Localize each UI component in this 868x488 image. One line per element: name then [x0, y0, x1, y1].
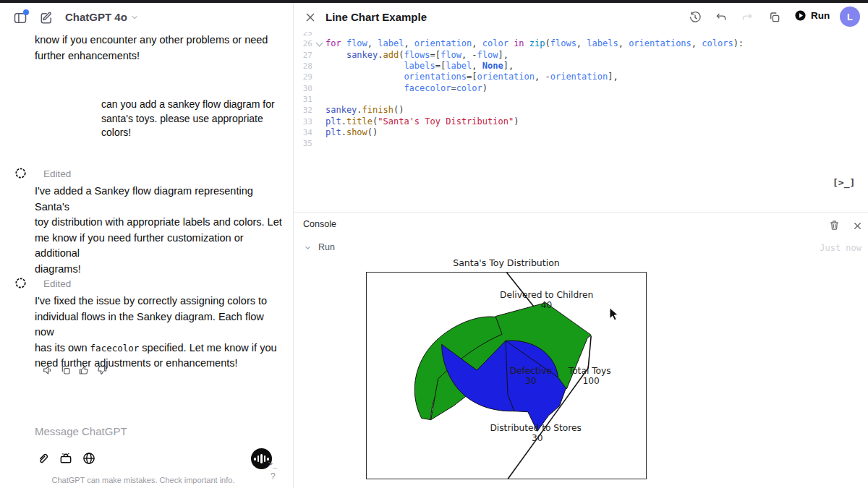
run-label: Run: [811, 10, 830, 21]
close-icon: [305, 12, 316, 23]
copy-canvas-button[interactable]: [767, 9, 783, 25]
close-canvas-button[interactable]: [302, 9, 318, 25]
new-chat-button[interactable]: [38, 9, 55, 27]
label-defective-value: 30: [525, 376, 537, 386]
history-icon: [689, 11, 702, 24]
assistant-message-partial: know if you encounter any other problems…: [35, 33, 281, 64]
thumbs-up-button[interactable]: [78, 364, 90, 376]
redo-icon: [741, 11, 754, 24]
terminal-toggle-icon[interactable]: [>_]: [833, 177, 855, 188]
clear-console-button[interactable]: [827, 218, 841, 232]
canvas-header: Line Chart Example: [294, 3, 868, 32]
read-aloud-button[interactable]: [42, 364, 54, 376]
assistant-avatar-logo-icon: [14, 167, 27, 182]
chatgpt-canvas-app: ChatGPT 4o know if you encounter any oth…: [0, 0, 868, 488]
message-status: Edited: [43, 168, 71, 179]
toolbox-button[interactable]: [59, 451, 73, 466]
chevron-down-icon: [130, 13, 139, 22]
user-message: can you add a sankey flow diagram for sa…: [101, 98, 275, 140]
message-status: Edited: [43, 278, 71, 289]
canvas-panel: 2526for flow, label, orientation, color …: [293, 3, 868, 488]
assistant-message-1: I've added a Sankey flow diagram represe…: [35, 184, 284, 277]
run-button[interactable]: Run: [794, 9, 830, 22]
paperclip-icon: [35, 451, 50, 466]
notification-dot: [23, 9, 29, 15]
compose-icon: [39, 11, 54, 25]
copy-message-button[interactable]: [60, 364, 72, 376]
label-stores-value: 30: [532, 433, 543, 443]
thumbs-up-icon: [78, 364, 90, 376]
web-search-button[interactable]: [82, 451, 96, 466]
assistant-message-2: I've fixed the issue by correctly assign…: [35, 294, 284, 372]
chat-panel: ChatGPT 4o know if you encounter any oth…: [0, 3, 293, 488]
label-total-value: 100: [583, 376, 600, 386]
attach-file-button[interactable]: [35, 451, 50, 466]
code-lines[interactable]: 2526for flow, label, orientation, color …: [294, 27, 868, 150]
undo-icon: [715, 11, 728, 24]
console-label: Console: [303, 219, 336, 229]
model-label: ChatGPT 4o: [65, 11, 127, 23]
chevron-down-icon: [304, 244, 312, 252]
message-actions: [42, 364, 108, 376]
help-button[interactable]: ?: [271, 471, 276, 481]
message-input[interactable]: Message ChatGPT: [35, 425, 127, 437]
thumbs-down-button[interactable]: [96, 364, 108, 376]
terminal-shortcut-hint: >_: [268, 460, 277, 468]
console-timestamp: Just now: [775, 243, 861, 253]
label-defective: Defective: [510, 366, 552, 376]
thumbs-down-icon: [96, 364, 108, 376]
globe-icon: [82, 451, 96, 466]
sankey-figure: Delivered to Children 40 Defective 30 To…: [367, 273, 646, 479]
version-history-button[interactable]: [687, 9, 703, 25]
plot-title: Santa's Toy Distribution: [366, 257, 647, 268]
toolbox-icon: [59, 451, 73, 466]
inline-code: facecolor: [90, 343, 140, 354]
redo-button[interactable]: [739, 9, 755, 25]
composer-tools: [35, 451, 96, 466]
plot-output: Delivered to Children 40 Defective 30 To…: [366, 272, 647, 479]
canvas-title: Line Chart Example: [326, 11, 427, 23]
copy-icon: [60, 364, 72, 376]
console-run-entry[interactable]: Run: [304, 242, 335, 252]
user-avatar[interactable]: L: [840, 7, 860, 27]
model-selector[interactable]: ChatGPT 4o: [65, 11, 139, 23]
copy-icon: [768, 11, 781, 24]
label-delivered: Delivered to Children: [500, 290, 593, 300]
play-circle-icon: [794, 9, 807, 22]
console-divider: [294, 212, 868, 213]
undo-button[interactable]: [713, 9, 729, 25]
disclaimer-text: ChatGPT can make mistakes. Check importa…: [24, 476, 263, 484]
mouse-cursor: [609, 307, 619, 321]
close-console-button[interactable]: [850, 218, 864, 233]
label-delivered-value: 40: [541, 300, 553, 310]
label-stores: Distributed to Stores: [490, 423, 581, 433]
trash-icon: [829, 220, 840, 231]
console-run-label: Run: [318, 242, 335, 252]
speaker-icon: [42, 364, 54, 376]
close-icon: [853, 221, 862, 231]
assistant-avatar-logo-icon: [14, 277, 27, 292]
voice-waveform-icon: [254, 454, 269, 463]
label-total: Total Toys: [568, 366, 611, 376]
